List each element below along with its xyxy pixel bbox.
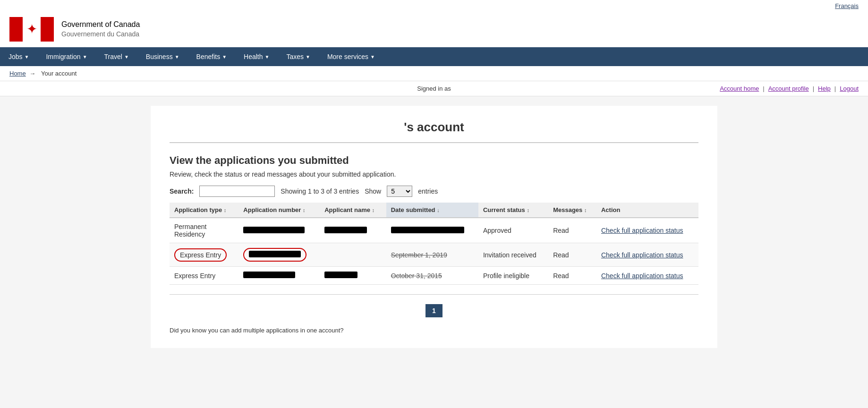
col-app-type[interactable]: Application type ↕ (170, 203, 238, 218)
page-title: 's account (170, 120, 698, 143)
app-name-cell (320, 218, 386, 243)
table-header-row: Application type ↕ Application number ↕ … (170, 203, 698, 218)
nav-benefits[interactable]: Benefits ▼ (188, 47, 236, 66)
nav-health[interactable]: Health ▼ (235, 47, 278, 66)
app-type-cell: Express Entry (170, 243, 238, 267)
app-type-cell: Express Entry (170, 267, 238, 285)
section-title: View the applications you submitted (170, 154, 698, 167)
nav-immigration[interactable]: Immigration ▼ (37, 47, 95, 66)
col-messages[interactable]: Messages ↕ (548, 203, 596, 218)
breadcrumb-current: Your account (41, 70, 77, 77)
highlighted-app-type: Express Entry (174, 248, 227, 262)
flag-white: ✦ (23, 17, 41, 42)
check-status-link[interactable]: Check full application status (601, 251, 683, 259)
redacted-date (391, 227, 464, 233)
showing-text: Showing 1 to 3 of 3 entries (281, 187, 359, 195)
redacted-app-number (243, 272, 295, 278)
sort-icon: ↕ (224, 207, 227, 213)
check-status-link[interactable]: Check full application status (601, 272, 683, 280)
help-link[interactable]: Help (818, 85, 831, 92)
messages-cell: Read (548, 267, 596, 285)
gov-en: Government of Canada (61, 19, 140, 30)
app-number-cell (238, 267, 320, 285)
main-nav: Jobs ▼ Immigration ▼ Travel ▼ Business ▼… (0, 47, 868, 66)
app-type-cell: PermanentResidency (170, 218, 238, 243)
account-links: Account home | Account profile | Help | … (720, 85, 859, 92)
chevron-down-icon: ▼ (222, 54, 227, 60)
flag-red-left (9, 17, 23, 42)
show-label: Show (365, 187, 381, 195)
nav-taxes[interactable]: Taxes ▼ (278, 47, 318, 66)
signed-in-label: Signed in as (417, 85, 451, 92)
divider (170, 294, 698, 295)
logout-link[interactable]: Logout (840, 85, 859, 92)
chevron-down-icon: ▼ (265, 54, 270, 60)
search-input[interactable] (199, 186, 275, 197)
section-desc: Review, check the status or read message… (170, 170, 698, 178)
flag-red-right (41, 17, 54, 42)
app-name-cell (320, 267, 386, 285)
messages-cell: Read (548, 218, 596, 243)
show-select[interactable]: 5 10 25 50 100 (387, 186, 412, 197)
breadcrumb-home[interactable]: Home (9, 70, 26, 77)
account-home-link[interactable]: Account home (720, 85, 759, 92)
table-row: Express Entry September 1, 2019 Invitati… (170, 243, 698, 267)
applications-table: Application type ↕ Application number ↕ … (170, 203, 698, 285)
chevron-down-icon: ▼ (25, 54, 29, 60)
action-cell: Check full application status (596, 218, 698, 243)
sort-icon: ↕ (372, 207, 375, 213)
col-date-submitted[interactable]: Date submitted ↓ (386, 203, 478, 218)
table-row: PermanentResidency Approved Read Check f… (170, 218, 698, 243)
canada-flag: ✦ (9, 17, 54, 42)
action-cell: Check full application status (596, 243, 698, 267)
breadcrumb-arrow: → (29, 70, 35, 77)
top-bar: Français (0, 0, 868, 11)
status-cell: Profile ineligible (478, 267, 548, 285)
account-bar: Signed in as Account home | Account prof… (0, 81, 868, 96)
chevron-down-icon: ▼ (175, 54, 179, 60)
breadcrumb: Home → Your account (0, 66, 868, 81)
redacted-app-number (243, 227, 305, 233)
sort-icon: ↕ (584, 207, 587, 213)
highlighted-app-number (243, 248, 306, 262)
date-strikethrough: October 31, 2015 (391, 272, 442, 280)
date-submitted-cell (386, 218, 478, 243)
redacted-app-name (324, 227, 367, 233)
main-content: 's account View the applications you sub… (151, 106, 717, 348)
col-app-name[interactable]: Applicant name ↕ (320, 203, 386, 218)
redacted-app-name (324, 272, 357, 278)
col-app-number[interactable]: Application number ↕ (238, 203, 320, 218)
chevron-down-icon: ▼ (83, 54, 87, 60)
table-row: Express Entry October 31, 2015 Profile i… (170, 267, 698, 285)
pagination: 1 (170, 304, 698, 317)
col-action: Action (596, 203, 698, 218)
account-profile-link[interactable]: Account profile (768, 85, 809, 92)
maple-leaf-icon: ✦ (26, 23, 37, 36)
redacted-app-number (249, 251, 301, 257)
language-link[interactable]: Français (835, 2, 859, 9)
page-1-button[interactable]: 1 (425, 304, 443, 317)
bottom-note: Did you know you can add multiple applic… (170, 327, 698, 334)
search-label: Search: (170, 187, 194, 195)
app-name-cell (320, 243, 386, 267)
col-current-status[interactable]: Current status ↕ (478, 203, 548, 218)
status-cell: Invitation received (478, 243, 548, 267)
table-controls: Search: Showing 1 to 3 of 3 entries Show… (170, 186, 698, 197)
date-submitted-cell: October 31, 2015 (386, 267, 478, 285)
check-status-link[interactable]: Check full application status (601, 227, 683, 234)
app-number-cell (238, 243, 320, 267)
gov-text: Government of Canada Gouvernement du Can… (61, 19, 140, 39)
chevron-down-icon: ▼ (306, 54, 310, 60)
header: ✦ Government of Canada Gouvernement du C… (0, 11, 868, 47)
entries-label: entries (418, 187, 438, 195)
sort-icon: ↕ (303, 207, 306, 213)
chevron-down-icon: ▼ (124, 54, 129, 60)
app-number-cell (238, 218, 320, 243)
sort-icon: ↕ (527, 207, 529, 213)
nav-business[interactable]: Business ▼ (137, 47, 188, 66)
nav-travel[interactable]: Travel ▼ (96, 47, 137, 66)
status-cell: Approved (478, 218, 548, 243)
nav-more-services[interactable]: More services ▼ (319, 47, 383, 66)
chevron-down-icon: ▼ (370, 54, 375, 60)
nav-jobs[interactable]: Jobs ▼ (0, 47, 37, 66)
